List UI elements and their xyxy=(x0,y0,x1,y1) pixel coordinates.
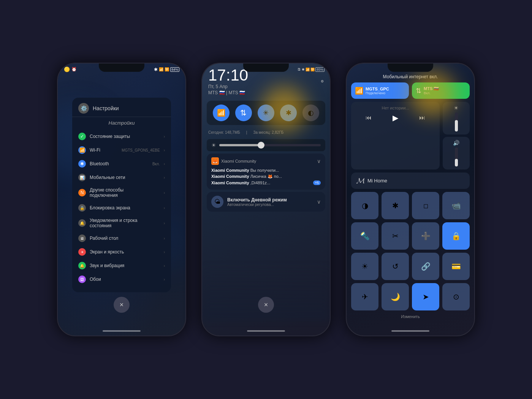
play-button[interactable]: ▶ xyxy=(393,113,398,122)
app-icon: ⚙️ xyxy=(78,103,89,114)
settings-item-wallpaper[interactable]: 🖼 Обои › xyxy=(72,272,171,286)
mobile-label: Мобильные сети xyxy=(90,175,160,180)
mihome-icon: 𝓜 xyxy=(356,176,364,185)
wifi-toggle-icon: 📶 xyxy=(217,109,225,117)
cast-button[interactable]: ◻ xyxy=(412,192,439,219)
protection-label: Состояние защиты xyxy=(90,134,160,139)
close-button[interactable]: × xyxy=(114,297,130,313)
change-label[interactable]: Изменить xyxy=(347,312,474,321)
cast-icon: ◻ xyxy=(423,202,428,209)
close-icon-2: × xyxy=(264,301,268,309)
phone-2: 17:10 Пт, 5 Апр MTS 🇷🇺 | MTS 🇷🇺 ⚙ 🖺 ✱ 📶 … xyxy=(201,63,331,336)
day-mode-expand[interactable]: ∨ xyxy=(317,199,321,205)
status-left-icons: 🟡 ⏰ xyxy=(64,66,77,72)
link-icon: 🔗 xyxy=(421,262,431,271)
location-button[interactable]: ➤ xyxy=(412,283,439,310)
bluetooth-cc-button[interactable]: ✱ xyxy=(382,192,409,219)
time-display: 17:10 Пт, 5 Апр MTS 🇷🇺 | MTS 🇷🇺 xyxy=(208,67,248,95)
link-button[interactable]: 🔗 xyxy=(412,253,439,280)
scissors-icon: ✂ xyxy=(392,231,399,241)
settings-item-desktop[interactable]: 🖥 Рабочий стол › xyxy=(72,231,171,245)
sound-label: Звук и вибрация xyxy=(90,263,160,268)
theme-icon: ◑ xyxy=(362,201,368,210)
volume-slider-v[interactable]: 🔊 xyxy=(443,137,470,169)
day-mode-card[interactable]: 🌤 Включить Дневной режим Автоматически р… xyxy=(207,192,325,212)
notif-item-1: Xiaomi Community Вы получили... xyxy=(211,167,321,173)
settings-item-protection[interactable]: ✓ Состояние защиты › xyxy=(72,130,171,143)
settings-item-other-connections[interactable]: N Другие способыподключения › xyxy=(72,184,171,201)
phone-1: 🟡 ⏰ ✱ 📶 🛜 84% ⚙️ xyxy=(57,63,186,336)
settings-item-mobile[interactable]: 📊 Мобильные сети › xyxy=(72,171,171,184)
other-connections-label: Другие способыподключения xyxy=(90,187,160,198)
app-title: Настройки xyxy=(93,105,119,111)
volume-brightness-sliders: ☀ 🔊 xyxy=(443,102,470,169)
home-bar xyxy=(103,330,141,332)
xiaomi-app-icon: 🦊 xyxy=(211,157,219,165)
expand-icon[interactable]: ∨ xyxy=(317,158,321,164)
close-icon: × xyxy=(120,301,124,309)
date-display: Пт, 5 Апр xyxy=(208,84,248,89)
lock-button[interactable]: 🔒 xyxy=(442,222,470,250)
brightness-track xyxy=(455,112,458,131)
mobile-internet-label: Мобильный интернет вкл. xyxy=(353,69,468,79)
wallet-button[interactable]: 💳 xyxy=(442,253,470,280)
day-mode-title: Включить Дневной режим xyxy=(227,197,313,203)
wallpaper-label: Обои xyxy=(90,277,160,282)
wifi-tile-icon: 📶 xyxy=(355,87,363,95)
xiaomi-notif-card[interactable]: 🦊 Xiaomi Community ∨ Xiaomi Community Вы… xyxy=(207,154,325,190)
desktop-icon: 🖥 xyxy=(78,234,86,242)
notif-label: Уведомления и строкасостояния xyxy=(90,218,160,228)
auto-brightness-button[interactable]: ☀ xyxy=(351,253,378,280)
desktop-label: Рабочий стол xyxy=(90,236,160,241)
battery-indicator: 84% xyxy=(170,67,179,72)
scissors-button[interactable]: ✂ xyxy=(382,222,409,250)
brightness-slider[interactable]: ☀ xyxy=(207,139,325,151)
brightness-fill xyxy=(455,120,458,131)
network-tile-wifi[interactable]: 📶 MGTS_GPC Подключено xyxy=(351,82,409,99)
screen-icon: ☀ xyxy=(78,248,86,256)
lock-label: Блокировка экрана xyxy=(90,205,160,211)
volume-icon: 🔊 xyxy=(453,140,459,146)
moon-button[interactable]: 🌙 xyxy=(382,283,409,310)
camera-button[interactable]: 📹 xyxy=(442,192,470,219)
settings-item-wifi[interactable]: 📶 Wi-Fi MGTS_GPON5_4EBE › xyxy=(72,143,171,157)
mihome-card[interactable]: 𝓜 Mi Home xyxy=(351,173,470,189)
wifi-icon: 📶 xyxy=(78,146,86,154)
bluetooth-cc-icon: ✱ xyxy=(392,201,399,210)
settings-item-bluetooth[interactable]: ✱ Bluetooth Вкл. › xyxy=(72,157,171,171)
screen-label: Экран и яркость xyxy=(90,249,160,255)
data-toggle[interactable]: ⇅ xyxy=(235,104,252,121)
rotate-button[interactable]: ↺ xyxy=(382,253,409,280)
volume-fill xyxy=(455,159,458,166)
home-bar-2 xyxy=(247,330,285,332)
status-right-icons: ✱ 📶 🛜 84% xyxy=(154,67,179,72)
nfc-icon: N xyxy=(78,189,86,196)
medical-button[interactable]: ➕ xyxy=(412,222,439,250)
settings-item-screen[interactable]: ☀ Экран и яркость › xyxy=(72,245,171,259)
close-button-2[interactable]: × xyxy=(258,297,274,313)
theme-button[interactable]: ◑ xyxy=(351,192,378,219)
reading-mode-icon: ◐ xyxy=(308,109,314,117)
brightness-icon: ☀ xyxy=(211,142,216,148)
settings-item-lock[interactable]: 🔒 Блокировка экрана › xyxy=(72,201,171,215)
airplane-button[interactable]: ✈ xyxy=(351,283,378,310)
bluetooth-label: Bluetooth xyxy=(90,161,149,166)
medical-icon: ➕ xyxy=(421,231,431,241)
wallet-icon: 💳 xyxy=(451,262,461,271)
cc-header: Мобильный интернет вкл. xyxy=(347,63,474,82)
lock-icon: 🔒 xyxy=(451,231,461,241)
next-button[interactable]: ⏭ xyxy=(419,114,425,121)
protection-icon: ✓ xyxy=(78,133,86,140)
wallpaper-icon: 🖼 xyxy=(78,276,86,283)
flashlight-button[interactable]: 🔦 xyxy=(351,222,378,250)
sound-icon: 🔔 xyxy=(78,262,86,269)
prev-button[interactable]: ⏮ xyxy=(366,114,372,121)
cc-media-row: Нет истории... ⏮ ▶ ⏭ ☀ 🔊 xyxy=(351,102,470,169)
phone-3: Мобильный интернет вкл. 📶 MGTS_GPC Подкл… xyxy=(346,63,475,336)
flashlight-icon: 🔦 xyxy=(360,231,370,241)
clock-time: 17:10 xyxy=(208,67,248,83)
settings-item-sound[interactable]: 🔔 Звук и вибрация › xyxy=(72,259,171,272)
wifi-toggle[interactable]: 📶 xyxy=(213,104,230,121)
settings-item-notifications[interactable]: 🔔 Уведомления и строкасостояния › xyxy=(72,215,171,231)
circle-button[interactable]: ⊙ xyxy=(442,283,470,310)
